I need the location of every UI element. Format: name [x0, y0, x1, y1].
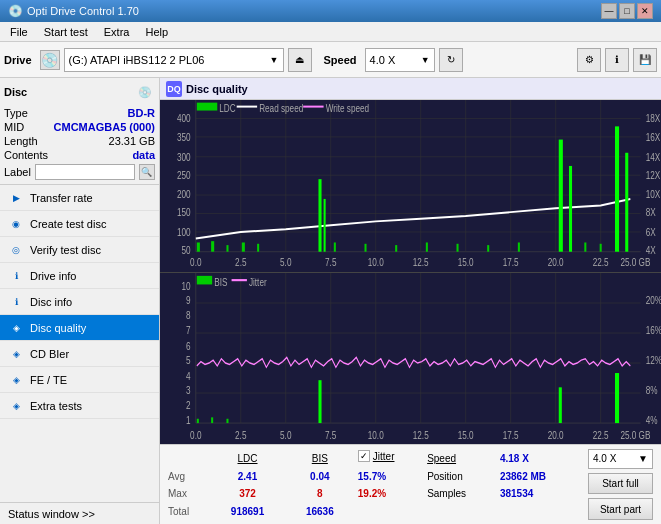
status-window-button[interactable]: Status window >>: [0, 502, 159, 524]
max-label: Max: [164, 485, 209, 502]
drive-icon: 💿: [40, 50, 60, 70]
svg-text:17.5: 17.5: [503, 256, 519, 268]
svg-rect-120: [197, 275, 212, 284]
drive-value: (G:) ATAPI iHBS112 2 PL06: [69, 54, 205, 66]
svg-text:8X: 8X: [646, 206, 657, 218]
speed-dropdown-stat[interactable]: 4.0 X ▼: [588, 449, 653, 469]
maximize-button[interactable]: □: [619, 3, 635, 19]
svg-text:7: 7: [186, 324, 191, 337]
save-button[interactable]: 💾: [633, 48, 657, 72]
svg-text:8: 8: [186, 308, 191, 321]
svg-text:2.5: 2.5: [235, 428, 247, 441]
top-chart: 400 350 300 250 200 150 100 50 18X 16X 1…: [160, 100, 661, 273]
sidebar-item-extra-tests[interactable]: ◈ Extra tests: [0, 393, 159, 419]
sidebar-item-disc-quality[interactable]: ◈ Disc quality: [0, 315, 159, 341]
speed-select[interactable]: 4.0 X ▼: [365, 48, 435, 72]
ldc-header: LDC: [209, 449, 286, 468]
start-part-button[interactable]: Start part: [588, 498, 653, 520]
refresh-button[interactable]: ↻: [439, 48, 463, 72]
close-button[interactable]: ✕: [637, 3, 653, 19]
svg-text:16X: 16X: [646, 131, 661, 143]
samples-value: 381534: [496, 485, 580, 502]
svg-text:25.0 GB: 25.0 GB: [620, 428, 650, 441]
bis-total: 16636: [286, 503, 354, 520]
speed-value-stat: 4.18 X: [496, 449, 580, 468]
info-button[interactable]: ℹ: [605, 48, 629, 72]
svg-text:4%: 4%: [646, 414, 658, 427]
svg-text:3: 3: [186, 384, 191, 397]
disc-label-row: Label 🔍: [4, 164, 155, 180]
disc-type-label: Type: [4, 107, 28, 119]
disc-section: Disc 💿 Type BD-R MID CMCMAGBA5 (000) Len…: [0, 78, 159, 185]
main: Disc 💿 Type BD-R MID CMCMAGBA5 (000) Len…: [0, 78, 661, 524]
svg-rect-66: [197, 103, 217, 111]
speed-value: 4.0 X: [370, 54, 396, 66]
disc-contents-value: data: [132, 149, 155, 161]
sidebar-item-cd-bier[interactable]: ◈ CD BIer: [0, 341, 159, 367]
menu-file[interactable]: File: [4, 24, 34, 40]
svg-text:4X: 4X: [646, 244, 657, 256]
sidebar-item-transfer-rate[interactable]: ▶ Transfer rate: [0, 185, 159, 211]
nav-label-drive-info: Drive info: [30, 270, 76, 282]
speed-label: Speed: [324, 54, 357, 66]
menu-extra[interactable]: Extra: [98, 24, 136, 40]
disc-mid-label: MID: [4, 121, 24, 133]
content-area: DQ Disc quality: [160, 78, 661, 524]
settings-button[interactable]: ⚙: [577, 48, 601, 72]
ldc-max: 372: [209, 485, 286, 502]
menubar: File Start test Extra Help: [0, 22, 661, 42]
svg-text:16%: 16%: [646, 324, 661, 337]
sidebar-item-fe-te[interactable]: ◈ FE / TE: [0, 367, 159, 393]
svg-text:LDC: LDC: [219, 102, 236, 114]
menu-help[interactable]: Help: [139, 24, 174, 40]
svg-rect-22: [242, 242, 245, 251]
sidebar-item-drive-info[interactable]: ℹ Drive info: [0, 263, 159, 289]
svg-text:50: 50: [182, 244, 191, 256]
jitter-checkbox[interactable]: ✓: [358, 450, 370, 462]
start-full-button[interactable]: Start full: [588, 473, 653, 495]
svg-text:14X: 14X: [646, 151, 661, 163]
bis-header: BIS: [286, 449, 354, 468]
svg-rect-92: [559, 387, 562, 423]
svg-text:12X: 12X: [646, 169, 661, 181]
svg-text:10: 10: [182, 279, 191, 292]
sidebar-item-verify-test-disc[interactable]: ◎ Verify test disc: [0, 237, 159, 263]
svg-rect-21: [226, 245, 228, 252]
titlebar-controls: — □ ✕: [601, 3, 653, 19]
total-label: Total: [164, 503, 209, 520]
disc-quality-header-icon: DQ: [166, 81, 182, 97]
drive-select[interactable]: (G:) ATAPI iHBS112 2 PL06 ▼: [64, 48, 284, 72]
svg-rect-88: [197, 418, 199, 422]
sidebar-item-disc-info[interactable]: ℹ Disc info: [0, 289, 159, 315]
charts-container: 400 350 300 250 200 150 100 50 18X 16X 1…: [160, 100, 661, 444]
eject-button[interactable]: ⏏: [288, 48, 312, 72]
nav-label-fe-te: FE / TE: [30, 374, 67, 386]
label-edit-button[interactable]: 🔍: [139, 164, 155, 180]
disc-info-icon: ℹ: [8, 294, 24, 310]
disc-label-input[interactable]: [35, 164, 135, 180]
nav-label-create-test-disc: Create test disc: [30, 218, 106, 230]
position-value: 23862 MB: [496, 468, 580, 485]
disc-header: Disc 💿: [4, 82, 155, 102]
menu-start-test[interactable]: Start test: [38, 24, 94, 40]
minimize-button[interactable]: —: [601, 3, 617, 19]
disc-type-row: Type BD-R: [4, 106, 155, 120]
disc-section-icon: 💿: [135, 82, 155, 102]
stats-table: LDC BIS ✓ Jitter Speed 4.18 X Avg 2.41 0…: [164, 449, 580, 520]
svg-text:400: 400: [177, 112, 191, 124]
disc-contents-row: Contents data: [4, 148, 155, 162]
disc-quality-icon: ◈: [8, 320, 24, 336]
svg-rect-38: [625, 153, 628, 252]
stats-right-controls: 4.0 X ▼ Start full Start part: [584, 449, 657, 520]
jitter-avg: 15.7%: [354, 468, 423, 485]
bis-max: 8: [286, 485, 354, 502]
svg-text:20.0: 20.0: [548, 256, 564, 268]
svg-rect-36: [600, 244, 602, 252]
create-test-disc-icon: ◉: [8, 216, 24, 232]
disc-title: Disc: [4, 86, 27, 98]
ldc-avg: 2.41: [209, 468, 286, 485]
cd-bier-icon: ◈: [8, 346, 24, 362]
sidebar-item-create-test-disc[interactable]: ◉ Create test disc: [0, 211, 159, 237]
nav-label-extra-tests: Extra tests: [30, 400, 82, 412]
svg-rect-27: [364, 244, 366, 252]
